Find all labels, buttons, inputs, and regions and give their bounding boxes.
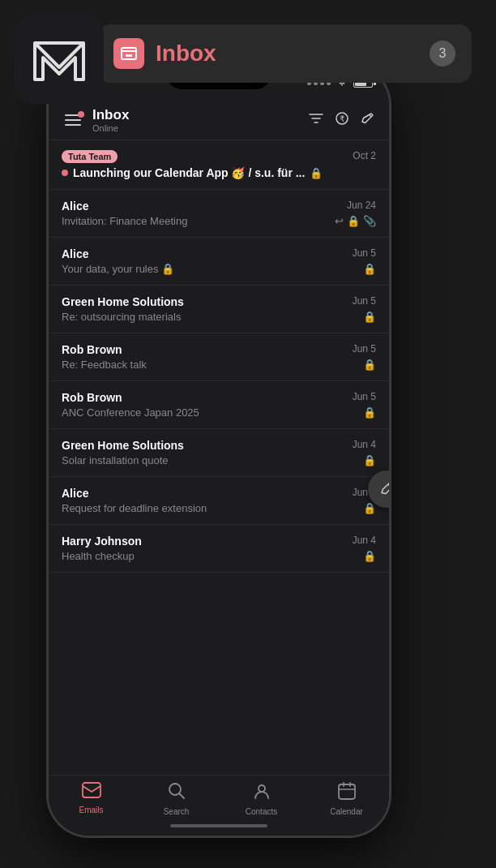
nav-contacts[interactable]: Contacts <box>219 782 304 816</box>
lock-icon-6: 🔒 <box>363 454 376 466</box>
svg-rect-3 <box>122 48 136 59</box>
calendar-icon <box>338 782 356 805</box>
email-sender-8: Harry Johnson <box>62 535 142 548</box>
inbox-title-group: Inbox Online <box>92 107 300 133</box>
hamburger-line-3 <box>65 124 81 126</box>
svg-point-13 <box>259 785 265 792</box>
email-subject-4: Re: Feedback talk <box>62 359 358 371</box>
email-subject-row-8: Health checkup 🔒 <box>62 550 376 562</box>
inbox-title: Inbox <box>92 107 300 123</box>
email-icons-0: 🔒 <box>310 167 323 179</box>
email-subject-row-6: Solar installation quote 🔒 <box>62 454 376 466</box>
top-header: Inbox 3 <box>97 24 472 83</box>
email-item-4[interactable]: Rob Brown Jun 5 Re: Feedback talk 🔒 <box>49 333 389 381</box>
email-icons-8: 🔒 <box>363 550 376 562</box>
email-icons-3: 🔒 <box>363 311 376 323</box>
email-date-1: Jun 24 <box>347 200 376 211</box>
email-icons-6: 🔒 <box>363 454 376 466</box>
tuta-team-badge: Tuta Team <box>62 150 118 163</box>
email-subject-row-2: Your data, your rules 🔒 🔒 <box>62 263 376 275</box>
nav-emails-label: Emails <box>79 806 103 814</box>
menu-button[interactable] <box>62 111 84 129</box>
email-subject-row-5: ANC Conference Japan 2025 🔒 <box>62 406 376 419</box>
nav-emails[interactable]: Emails <box>49 782 134 816</box>
email-item-8[interactable]: Harry Johnson Jun 4 Health checkup 🔒 <box>49 525 389 573</box>
lock-icon-2: 🔒 <box>363 263 376 275</box>
email-top-3: Green Home Solutions Jun 5 <box>62 295 376 308</box>
email-subject-5: ANC Conference Japan 2025 <box>62 406 358 419</box>
lock-icon-4: 🔒 <box>363 359 376 371</box>
email-icons-4: 🔒 <box>363 359 376 371</box>
nav-search[interactable]: Search <box>134 782 219 816</box>
svg-line-12 <box>179 793 184 798</box>
compose-button[interactable] <box>360 110 376 131</box>
email-top-6: Green Home Solutions Jun 4 <box>62 439 376 452</box>
email-date-4: Jun 5 <box>353 343 376 355</box>
email-subject-0: Launching our Calendar App 🥳 / s.u. für … <box>73 166 305 179</box>
inbox-header: Inbox Online ₹ <box>49 101 389 140</box>
refresh-button[interactable]: ₹ <box>334 110 350 131</box>
top-header-title: Inbox <box>156 41 430 67</box>
email-item-1[interactable]: Alice Jun 24 Invitation: Finance Meeting… <box>49 190 389 238</box>
nav-calendar-label: Calendar <box>330 807 363 816</box>
svg-rect-10 <box>83 783 100 797</box>
email-top-2: Alice Jun 5 <box>62 247 376 260</box>
bottom-nav: Emails Search Contacts <box>49 775 389 819</box>
email-sender-3: Green Home Solutions <box>62 295 184 308</box>
email-date-8: Jun 4 <box>353 535 376 546</box>
filter-button[interactable] <box>308 112 324 129</box>
svg-text:₹: ₹ <box>340 114 344 123</box>
inbox-header-icon <box>113 38 144 69</box>
reply-icon-1: ↩ <box>335 215 344 227</box>
lock-icon-3: 🔒 <box>363 311 376 323</box>
email-list: Tuta Team Oct 2 Launching our Calendar A… <box>49 140 389 775</box>
phone-frame: Inbox Online ₹ <box>49 65 389 836</box>
email-top-4: Rob Brown Jun 5 <box>62 343 376 356</box>
attach-icon-1: 📎 <box>363 215 376 227</box>
email-icons-5: 🔒 <box>363 406 376 419</box>
email-sender-7: Alice <box>62 487 88 500</box>
email-top-7: Alice Jun 4 <box>62 487 376 500</box>
nav-contacts-label: Contacts <box>246 807 277 816</box>
lock-icon-5: 🔒 <box>363 406 376 419</box>
email-icons-2: 🔒 <box>363 263 376 275</box>
emails-icon <box>82 782 101 803</box>
email-item-tuta-team[interactable]: Tuta Team Oct 2 Launching our Calendar A… <box>49 140 389 190</box>
email-item-7[interactable]: Alice Jun 4 Request for deadline extensi… <box>49 477 389 525</box>
lock-icon-1: 🔒 <box>347 215 360 227</box>
email-subject-3: Re: outsourcing materials <box>62 311 358 323</box>
email-top-1: Alice Jun 24 <box>62 200 376 213</box>
email-subject-row-0: Launching our Calendar App 🥳 / s.u. für … <box>62 166 376 179</box>
email-sender-5: Rob Brown <box>62 391 122 404</box>
email-subject-8: Health checkup <box>62 550 358 562</box>
app-icon <box>15 15 104 104</box>
unread-badge-dot <box>78 111 84 118</box>
pencil-icon <box>378 481 389 497</box>
email-date-3: Jun 5 <box>353 295 376 307</box>
svg-rect-4 <box>126 54 132 57</box>
email-subject-6: Solar installation quote <box>62 454 358 466</box>
email-date-2: Jun 5 <box>353 247 376 259</box>
top-header-badge: 3 <box>430 41 455 67</box>
email-icons-1: ↩ 🔒 📎 <box>335 215 376 227</box>
home-indicator <box>49 819 389 836</box>
email-item-3[interactable]: Green Home Solutions Jun 5 Re: outsourci… <box>49 286 389 333</box>
search-icon <box>168 782 186 805</box>
lock-icon-8: 🔒 <box>363 550 376 562</box>
email-top-5: Rob Brown Jun 5 <box>62 391 376 404</box>
email-subject-7: Request for deadline extension <box>62 502 358 514</box>
email-subject-row-7: Request for deadline extension 🔒 <box>62 502 376 514</box>
email-sender-6: Green Home Solutions <box>62 439 184 452</box>
header-actions: ₹ <box>308 110 376 131</box>
email-item-6[interactable]: Green Home Solutions Jun 4 Solar install… <box>49 429 389 477</box>
nav-calendar[interactable]: Calendar <box>304 782 389 816</box>
phone-content: Inbox Online ₹ <box>49 101 389 836</box>
hamburger-line-2 <box>65 119 81 121</box>
email-item-5[interactable]: Rob Brown Jun 5 ANC Conference Japan 202… <box>49 381 389 429</box>
email-item-2[interactable]: Alice Jun 5 Your data, your rules 🔒 🔒 <box>49 238 389 286</box>
lock-icon-7: 🔒 <box>363 502 376 514</box>
email-featured-top: Tuta Team Oct 2 <box>62 150 376 163</box>
email-top-8: Harry Johnson Jun 4 <box>62 535 376 548</box>
svg-rect-14 <box>339 784 355 799</box>
nav-search-label: Search <box>164 807 190 816</box>
